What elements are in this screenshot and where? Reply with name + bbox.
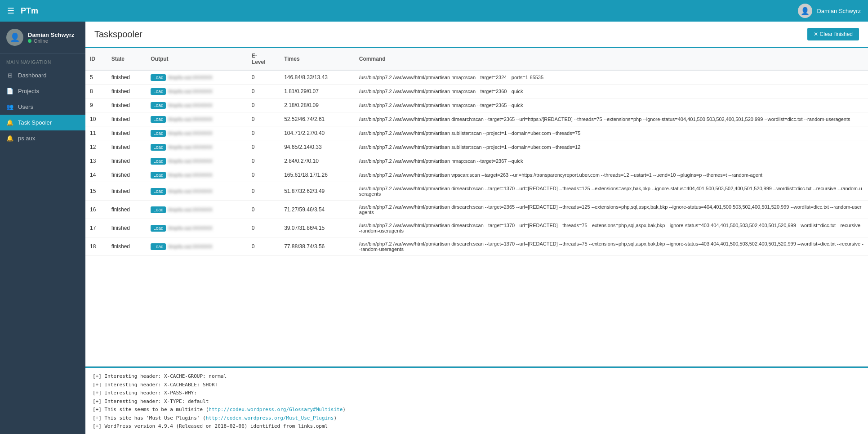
cell-state: finished <box>107 219 147 237</box>
sidebar-nav-label: MAIN NAVIGATION <box>0 54 85 67</box>
table-row: 14finishedLoad/tmp/ts-out.XXXXXX0165.61/… <box>85 168 868 182</box>
col-output: Output <box>146 48 247 70</box>
table-row: 9finishedLoad/tmp/ts-out.XXXXXX02.18/0.2… <box>85 98 868 112</box>
task-table-container: ID State Output E-Level Times Command 5f… <box>85 48 868 367</box>
cell-state: finished <box>107 154 147 168</box>
load-badge[interactable]: Load <box>151 206 166 213</box>
cell-elevel: 0 <box>247 154 280 168</box>
cell-elevel: 0 <box>247 126 280 140</box>
load-badge[interactable]: Load <box>151 74 166 81</box>
cell-id: 18 <box>85 237 107 256</box>
load-badge[interactable]: Load <box>151 188 166 195</box>
cell-times: 165.61/18.17/1.26 <box>280 168 355 182</box>
load-badge[interactable]: Load <box>151 172 166 179</box>
topbar: ☰ PTm 👤 Damian Schwyrz <box>0 0 868 22</box>
table-row: 11finishedLoad/tmp/ts-out.XXXXXX0104.71/… <box>85 126 868 140</box>
log-area: [+] Interesting header: X-CACHE-GROUP: n… <box>85 367 868 434</box>
sidebar-item-label: Dashboard <box>18 72 47 79</box>
cell-elevel: 0 <box>247 140 280 154</box>
cell-output: Load/tmp/ts-out.XXXXXX <box>146 112 247 126</box>
output-path: /tmp/ts-out.XXXXXX <box>168 116 212 122</box>
cell-command: /usr/bin/php7.2 /var/www/html/ptm/artisa… <box>355 126 868 140</box>
output-path: /tmp/ts-out.XXXXXX <box>168 144 212 150</box>
cell-command: /usr/bin/php7.2 /var/www/html/ptm/artisa… <box>355 182 868 201</box>
table-header-row: ID State Output E-Level Times Command <box>85 48 868 70</box>
cell-elevel: 0 <box>247 237 280 256</box>
cell-state: finished <box>107 182 147 201</box>
cell-state: finished <box>107 237 147 256</box>
clear-finished-button[interactable]: ✕ Clear finished <box>807 28 859 40</box>
cell-state: finished <box>107 126 147 140</box>
output-path: /tmp/ts-out.XXXXXX <box>168 158 212 164</box>
cell-times: 51.87/32.62/3.49 <box>280 182 355 201</box>
cell-id: 16 <box>85 201 107 219</box>
log-link[interactable]: http://codex.wordpress.org/Glossary#Mult… <box>209 407 343 412</box>
sidebar-item-task-spooler[interactable]: 🔔 Task Spooler <box>0 115 85 130</box>
cell-command: /usr/bin/php7.2 /var/www/html/ptm/artisa… <box>355 112 868 126</box>
menu-icon[interactable]: ☰ <box>7 6 14 16</box>
cell-output: Load/tmp/ts-out.XXXXXX <box>146 70 247 85</box>
cell-state: finished <box>107 168 147 182</box>
user-avatar-icon: 👤 <box>798 4 812 18</box>
load-badge[interactable]: Load <box>151 144 166 151</box>
sidebar-item-label: ps aux <box>18 135 35 142</box>
load-badge[interactable]: Load <box>151 158 166 165</box>
load-badge[interactable]: Load <box>151 130 166 137</box>
cell-id: 15 <box>85 182 107 201</box>
load-badge[interactable]: Load <box>151 116 166 123</box>
cell-times: 94.65/2.14/0.33 <box>280 140 355 154</box>
topbar-username: Damian Schwyrz <box>817 8 861 14</box>
output-path: /tmp/ts-out.XXXXXX <box>168 207 212 212</box>
sidebar-item-dashboard[interactable]: ⊞ Dashboard <box>0 67 85 83</box>
cell-times: 71.27/59.46/3.54 <box>280 201 355 219</box>
topbar-left: ☰ PTm <box>7 6 38 16</box>
log-line: [+] Interesting header: X-TYPE: default <box>93 398 861 406</box>
sidebar-item-users[interactable]: 👥 Users <box>0 99 85 115</box>
cell-elevel: 0 <box>247 85 280 98</box>
cell-state: finished <box>107 201 147 219</box>
table-row: 13finishedLoad/tmp/ts-out.XXXXXX02.84/0.… <box>85 154 868 168</box>
load-badge[interactable]: Load <box>151 88 166 95</box>
cell-id: 17 <box>85 219 107 237</box>
cell-elevel: 0 <box>247 219 280 237</box>
cell-id: 11 <box>85 126 107 140</box>
col-times: Times <box>280 48 355 70</box>
cell-elevel: 0 <box>247 201 280 219</box>
sidebar-status: Online <box>28 38 74 44</box>
cell-command: /usr/bin/php7.2 /var/www/html/ptm/artisa… <box>355 98 868 112</box>
sidebar-item-label: Task Spooler <box>18 119 52 126</box>
cell-output: Load/tmp/ts-out.XXXXXX <box>146 219 247 237</box>
cell-times: 2.18/0.28/0.09 <box>280 98 355 112</box>
task-spooler-icon: 🔔 <box>6 119 13 126</box>
projects-icon: 📄 <box>6 88 13 94</box>
table-row: 8finishedLoad/tmp/ts-out.XXXXXX01.81/0.2… <box>85 85 868 98</box>
cell-id: 5 <box>85 70 107 85</box>
output-path: /tmp/ts-out.XXXXXX <box>168 244 212 249</box>
task-table: ID State Output E-Level Times Command 5f… <box>85 48 868 256</box>
sidebar-item-projects[interactable]: 📄 Projects <box>0 83 85 99</box>
sidebar-status-label: Online <box>34 38 48 44</box>
load-badge[interactable]: Load <box>151 225 166 232</box>
cell-state: finished <box>107 140 147 154</box>
users-icon: 👥 <box>6 103 13 110</box>
cell-id: 13 <box>85 154 107 168</box>
page-title: Taskspooler <box>94 29 142 40</box>
sidebar-item-ps-aux[interactable]: 🔔 ps aux <box>0 130 85 146</box>
cell-output: Load/tmp/ts-out.XXXXXX <box>146 182 247 201</box>
cell-elevel: 0 <box>247 168 280 182</box>
page-header: Taskspooler ✕ Clear finished <box>85 22 868 48</box>
table-row: 10finishedLoad/tmp/ts-out.XXXXXX052.52/4… <box>85 112 868 126</box>
log-link[interactable]: http://codex.wordpress.org/Must_Use_Plug… <box>206 415 334 421</box>
cell-command: /usr/bin/php7.2 /var/www/html/ptm/artisa… <box>355 168 868 182</box>
cell-output: Load/tmp/ts-out.XXXXXX <box>146 201 247 219</box>
sidebar-item-label: Users <box>18 103 33 110</box>
log-line: [+] Interesting header: X-CACHEABLE: SHO… <box>93 381 861 389</box>
cell-times: 146.84/8.33/13.43 <box>280 70 355 85</box>
cell-output: Load/tmp/ts-out.XXXXXX <box>146 168 247 182</box>
log-line: [+] Interesting header: X-CACHE-GROUP: n… <box>93 372 861 381</box>
log-line: [+] This site seems to be a multisite (h… <box>93 406 861 414</box>
ps-aux-icon: 🔔 <box>6 135 13 142</box>
load-badge[interactable]: Load <box>151 243 166 250</box>
output-path: /tmp/ts-out.XXXXXX <box>168 89 212 94</box>
load-badge[interactable]: Load <box>151 102 166 109</box>
